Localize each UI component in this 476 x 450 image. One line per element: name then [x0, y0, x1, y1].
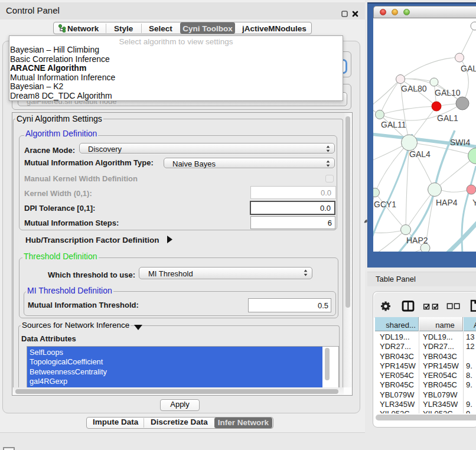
svg-text:HAP2: HAP2 — [406, 236, 428, 245]
svg-text:YJ: YJ — [472, 198, 476, 207]
svg-text:GAL11: GAL11 — [381, 120, 406, 129]
svg-text:GAL2: GAL2 — [461, 64, 476, 73]
svg-text:GCY1: GCY1 — [374, 200, 396, 209]
svg-text:SWI4: SWI4 — [450, 138, 470, 147]
svg-text:GAL4: GAL4 — [409, 149, 431, 159]
svg-text:GAL80: GAL80 — [401, 84, 427, 93]
svg-text:GAL10: GAL10 — [435, 88, 461, 97]
svg-text:GAL1: GAL1 — [437, 113, 458, 123]
svg-text:HAP4: HAP4 — [436, 198, 458, 207]
